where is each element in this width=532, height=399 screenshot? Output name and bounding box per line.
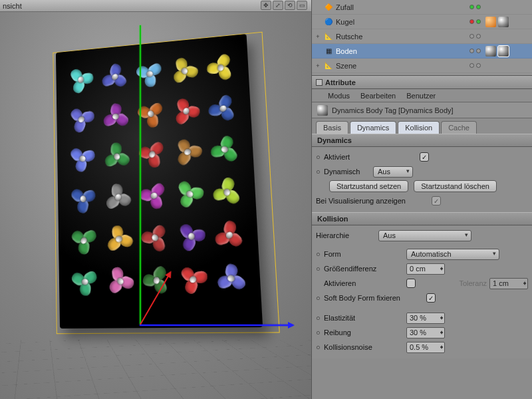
object-type-icon: ▦ <box>323 46 334 57</box>
dropdown-hierarchie-value: Aus <box>383 231 396 239</box>
tab-kollision[interactable]: Kollision <box>398 121 440 134</box>
dropdown-dynamisch[interactable]: Aus <box>373 166 413 178</box>
field-elastizitaet[interactable]: 30 % <box>406 313 445 324</box>
board-object <box>56 34 263 329</box>
dropdown-form-value: Automatisch <box>411 250 452 258</box>
field-kollisionsnoise-value: 0.5 % <box>410 343 428 351</box>
tri-spinner <box>96 256 144 307</box>
tri-spinner <box>207 170 247 214</box>
tag-icon[interactable] <box>498 17 509 27</box>
tri-spinner <box>130 132 174 178</box>
object-type-icon: 📐 <box>323 61 334 71</box>
object-manager[interactable]: 🔶Zufall🔵Kugel+📐Rutsche▦Boden+📐Szene <box>312 0 532 76</box>
field-kollisionsnoise[interactable]: 0.5 % <box>406 342 445 353</box>
tri-spinner <box>209 258 254 300</box>
button-startzustand-loeschen[interactable]: Startzustand löschen <box>414 180 497 192</box>
object-name-label: Rutsche <box>336 33 389 41</box>
field-reibung-value: 30 % <box>410 329 426 336</box>
object-type-icon: 🔶 <box>323 2 334 13</box>
tab-dynamics[interactable]: Dynamics <box>350 121 396 134</box>
object-row-zufall[interactable]: 🔶Zufall <box>312 0 532 15</box>
viewport-nav-tools: ✥ ⤢ ⟲ ▭ <box>261 1 307 10</box>
dropdown-hierarchie[interactable]: Aus <box>378 230 471 241</box>
label-aktiviert: Aktiviert <box>324 153 417 161</box>
object-name-label: Szene <box>336 62 389 70</box>
viewport-title-bar: nsicht ✥ ⤢ ⟲ ▭ <box>0 0 311 12</box>
tri-spinner <box>161 47 209 95</box>
tri-spinner <box>66 265 104 300</box>
floor-grid <box>0 340 311 399</box>
tri-spinner <box>201 127 250 172</box>
checkbox-softbody-fixieren[interactable] <box>426 293 436 303</box>
checkbox-aktiviert[interactable] <box>420 152 429 162</box>
tri-spinner <box>95 133 138 180</box>
label-toleranz: Toleranz <box>459 279 487 287</box>
orbit-icon[interactable]: ⟲ <box>285 1 295 10</box>
attribute-object-label: Dynamics Body Tag [Dynamics Body] <box>332 106 454 114</box>
button-startzustand-setzen[interactable]: Startzustand setzen <box>329 180 408 192</box>
menu-benutzer[interactable]: Benutzer <box>406 92 436 100</box>
tri-spinner <box>95 99 136 135</box>
pan-icon[interactable]: ✥ <box>261 1 271 10</box>
tri-spinner <box>61 139 104 180</box>
label-groessendifferenz: Größendifferenz <box>324 265 404 273</box>
tab-cache[interactable]: Cache <box>441 121 477 134</box>
object-row-szene[interactable]: +📐Szene <box>312 59 532 73</box>
zoom-icon[interactable]: ⤢ <box>273 1 283 10</box>
visibility-dots[interactable] <box>469 63 483 68</box>
object-row-kugel[interactable]: 🔵Kugel <box>312 15 532 29</box>
object-row-boden[interactable]: ▦Boden <box>312 44 532 59</box>
field-toleranz: 1 cm <box>489 278 528 289</box>
dynamics-tag-icon[interactable] <box>498 46 509 57</box>
attribute-lock-icon[interactable] <box>316 79 323 86</box>
visibility-dots[interactable] <box>469 49 483 53</box>
label-hierarchie: Hierarchie <box>316 231 376 239</box>
label-form: Form <box>324 250 404 258</box>
expand-icon[interactable]: + <box>315 33 321 40</box>
attribute-tabs: Basis Dynamics Kollision Cache <box>312 118 532 134</box>
tri-spinner <box>166 90 206 132</box>
object-type-icon: 📐 <box>323 31 334 42</box>
menu-bearbeiten[interactable]: Bearbeiten <box>360 92 396 100</box>
tri-array <box>66 48 250 301</box>
dropdown-dynamisch-value: Aus <box>378 168 390 176</box>
attribute-title: Attribute <box>325 78 356 86</box>
tri-spinner <box>64 177 103 221</box>
dropdown-form[interactable]: Automatisch <box>406 249 499 260</box>
right-panel: 🔶Zufall🔵Kugel+📐Rutsche▦Boden+📐Szene Attr… <box>311 0 532 399</box>
tri-spinner <box>203 49 239 86</box>
field-reibung[interactable]: 30 % <box>406 327 445 338</box>
viewport-canvas[interactable] <box>0 12 311 399</box>
field-groessendifferenz[interactable]: 0 cm <box>406 263 445 275</box>
attribute-menu-bar: Modus Bearbeiten Benutzer <box>312 89 532 102</box>
attribute-object-row: Dynamics Body Tag [Dynamics Body] <box>312 102 532 118</box>
tri-spinner <box>130 213 180 263</box>
tri-spinner <box>198 85 248 132</box>
axis-y[interactable] <box>140 25 141 325</box>
tag-icon[interactable] <box>485 46 496 57</box>
label-elastizitaet: Elastizität <box>324 314 404 322</box>
visibility-dots[interactable] <box>469 19 483 24</box>
field-elastizitaet-value: 30 % <box>410 314 426 322</box>
visibility-dots[interactable] <box>469 34 483 39</box>
tri-spinner <box>95 174 140 221</box>
label-bei-visualisierung: Bei Visualisierung anzeigen <box>316 197 429 205</box>
tag-icon[interactable] <box>485 17 496 27</box>
axis-x[interactable] <box>140 325 293 326</box>
visibility-dots[interactable] <box>469 5 483 9</box>
expand-icon[interactable]: + <box>315 63 321 69</box>
section-kollision: Hierarchie Aus ○ Form Automatisch ○ Größ… <box>312 225 532 358</box>
maximize-icon[interactable]: ▭ <box>297 1 307 10</box>
object-type-icon: 🔵 <box>323 17 334 27</box>
object-row-rutsche[interactable]: +📐Rutsche <box>312 29 532 44</box>
tab-basis[interactable]: Basis <box>316 121 348 134</box>
object-name-label: Zufall <box>336 3 389 11</box>
tri-spinner <box>203 209 255 261</box>
menu-modus[interactable]: Modus <box>328 92 350 100</box>
section-dynamics: ○ Aktiviert ○ Dynamisch Aus Startzustand… <box>312 147 532 212</box>
checkbox-aktivieren[interactable] <box>406 279 416 288</box>
label-softbody-fixieren: Soft Body Form fixieren <box>324 294 424 302</box>
viewport: nsicht ✥ ⤢ ⟲ ▭ <box>0 0 311 399</box>
section-kollision-header: Kollision <box>312 212 532 225</box>
label-reibung: Reibung <box>324 329 404 336</box>
